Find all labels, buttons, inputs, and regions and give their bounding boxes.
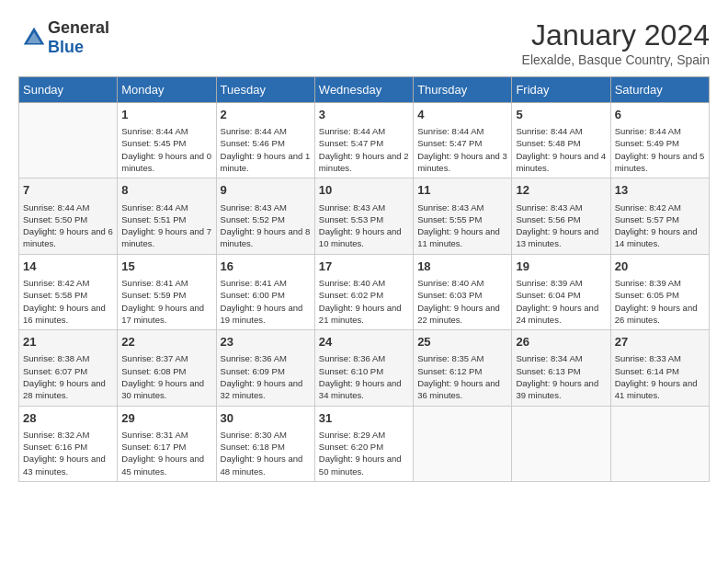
day-number: 14	[23, 259, 113, 275]
day-info: Sunrise: 8:41 AMSunset: 6:00 PMDaylight:…	[221, 277, 311, 326]
day-info: Sunrise: 8:35 AMSunset: 6:12 PMDaylight:…	[417, 352, 507, 401]
day-number: 27	[615, 334, 705, 350]
header-cell-saturday: Saturday	[610, 77, 709, 103]
day-number: 22	[121, 334, 211, 350]
day-cell: 20Sunrise: 8:39 AMSunset: 6:05 PMDayligh…	[610, 254, 709, 329]
day-number: 29	[121, 410, 211, 427]
week-row-5: 28Sunrise: 8:32 AMSunset: 6:16 PMDayligh…	[19, 406, 710, 481]
page-header: General Blue January 2024 Elexalde, Basq…	[18, 18, 710, 67]
day-cell: 4Sunrise: 8:44 AMSunset: 5:47 PMDaylight…	[414, 103, 512, 178]
day-number: 30	[221, 410, 311, 427]
day-cell: 30Sunrise: 8:30 AMSunset: 6:18 PMDayligh…	[216, 406, 314, 481]
day-number: 20	[615, 259, 705, 275]
day-cell	[512, 406, 610, 481]
day-cell: 15Sunrise: 8:41 AMSunset: 5:59 PMDayligh…	[118, 254, 216, 329]
day-number: 17	[319, 259, 409, 275]
day-number: 23	[221, 334, 311, 350]
day-info: Sunrise: 8:44 AMSunset: 5:46 PMDaylight:…	[221, 125, 311, 174]
logo-general-text: General	[48, 18, 109, 37]
day-info: Sunrise: 8:44 AMSunset: 5:51 PMDaylight:…	[121, 201, 211, 250]
day-number: 28	[23, 410, 113, 427]
day-cell	[414, 406, 512, 481]
day-cell: 25Sunrise: 8:35 AMSunset: 6:12 PMDayligh…	[414, 330, 512, 406]
day-number: 25	[417, 334, 507, 350]
day-info: Sunrise: 8:44 AMSunset: 5:47 PMDaylight:…	[417, 125, 507, 174]
week-row-3: 14Sunrise: 8:42 AMSunset: 5:58 PMDayligh…	[19, 254, 710, 329]
day-info: Sunrise: 8:40 AMSunset: 6:03 PMDaylight:…	[417, 277, 507, 326]
day-cell: 6Sunrise: 8:44 AMSunset: 5:49 PMDaylight…	[610, 103, 709, 178]
day-number: 24	[319, 334, 409, 350]
day-info: Sunrise: 8:41 AMSunset: 5:59 PMDaylight:…	[121, 277, 211, 326]
day-number: 5	[516, 107, 606, 123]
day-info: Sunrise: 8:43 AMSunset: 5:52 PMDaylight:…	[221, 201, 311, 250]
day-cell: 31Sunrise: 8:29 AMSunset: 6:20 PMDayligh…	[314, 406, 413, 481]
week-row-2: 7Sunrise: 8:44 AMSunset: 5:50 PMDaylight…	[19, 178, 710, 254]
day-info: Sunrise: 8:44 AMSunset: 5:48 PMDaylight:…	[516, 125, 606, 174]
day-cell: 11Sunrise: 8:43 AMSunset: 5:55 PMDayligh…	[414, 178, 512, 254]
day-number: 21	[23, 334, 113, 350]
day-number: 3	[319, 107, 409, 123]
day-info: Sunrise: 8:43 AMSunset: 5:55 PMDaylight:…	[417, 201, 507, 250]
title-section: January 2024 Elexalde, Basque Country, S…	[522, 18, 710, 67]
day-number: 6	[615, 107, 705, 123]
day-number: 12	[516, 182, 606, 199]
month-title: January 2024	[522, 18, 710, 52]
day-info: Sunrise: 8:36 AMSunset: 6:10 PMDaylight:…	[319, 352, 409, 401]
header-cell-sunday: Sunday	[19, 77, 118, 103]
logo-icon	[20, 24, 48, 52]
header-cell-monday: Monday	[118, 77, 216, 103]
day-number: 9	[221, 182, 311, 199]
day-info: Sunrise: 8:31 AMSunset: 6:17 PMDaylight:…	[121, 429, 211, 477]
day-info: Sunrise: 8:44 AMSunset: 5:47 PMDaylight:…	[319, 125, 409, 174]
day-cell: 24Sunrise: 8:36 AMSunset: 6:10 PMDayligh…	[314, 330, 413, 406]
day-number: 18	[417, 259, 507, 275]
day-number: 15	[121, 259, 211, 275]
day-cell: 13Sunrise: 8:42 AMSunset: 5:57 PMDayligh…	[610, 178, 709, 254]
day-info: Sunrise: 8:38 AMSunset: 6:07 PMDaylight:…	[23, 352, 113, 401]
day-number: 16	[221, 259, 311, 275]
day-cell: 10Sunrise: 8:43 AMSunset: 5:53 PMDayligh…	[314, 178, 413, 254]
day-cell: 8Sunrise: 8:44 AMSunset: 5:51 PMDaylight…	[118, 178, 216, 254]
location-title: Elexalde, Basque Country, Spain	[522, 52, 710, 67]
day-cell: 16Sunrise: 8:41 AMSunset: 6:00 PMDayligh…	[216, 254, 314, 329]
day-cell: 27Sunrise: 8:33 AMSunset: 6:14 PMDayligh…	[610, 330, 709, 406]
day-cell	[610, 406, 709, 481]
day-cell: 14Sunrise: 8:42 AMSunset: 5:58 PMDayligh…	[19, 254, 118, 329]
day-cell: 3Sunrise: 8:44 AMSunset: 5:47 PMDaylight…	[314, 103, 413, 178]
day-cell: 18Sunrise: 8:40 AMSunset: 6:03 PMDayligh…	[414, 254, 512, 329]
day-number: 8	[121, 182, 211, 199]
day-info: Sunrise: 8:44 AMSunset: 5:49 PMDaylight:…	[615, 125, 705, 174]
day-info: Sunrise: 8:40 AMSunset: 6:02 PMDaylight:…	[319, 277, 409, 326]
day-info: Sunrise: 8:44 AMSunset: 5:50 PMDaylight:…	[23, 201, 113, 250]
header-cell-tuesday: Tuesday	[216, 77, 314, 103]
day-number: 4	[417, 107, 507, 123]
day-number: 2	[221, 107, 311, 123]
day-cell: 26Sunrise: 8:34 AMSunset: 6:13 PMDayligh…	[512, 330, 610, 406]
day-info: Sunrise: 8:33 AMSunset: 6:14 PMDaylight:…	[615, 352, 705, 401]
day-number: 31	[319, 410, 409, 427]
day-number: 13	[615, 182, 705, 199]
header-cell-thursday: Thursday	[414, 77, 512, 103]
day-cell: 1Sunrise: 8:44 AMSunset: 5:45 PMDaylight…	[118, 103, 216, 178]
calendar-body: 1Sunrise: 8:44 AMSunset: 5:45 PMDaylight…	[19, 103, 710, 482]
week-row-1: 1Sunrise: 8:44 AMSunset: 5:45 PMDaylight…	[19, 103, 710, 178]
day-cell	[19, 103, 118, 178]
day-number: 1	[121, 107, 211, 123]
week-row-4: 21Sunrise: 8:38 AMSunset: 6:07 PMDayligh…	[19, 330, 710, 406]
day-info: Sunrise: 8:43 AMSunset: 5:56 PMDaylight:…	[516, 201, 606, 250]
day-cell: 7Sunrise: 8:44 AMSunset: 5:50 PMDaylight…	[19, 178, 118, 254]
day-info: Sunrise: 8:44 AMSunset: 5:45 PMDaylight:…	[121, 125, 211, 174]
day-number: 19	[516, 259, 606, 275]
day-cell: 29Sunrise: 8:31 AMSunset: 6:17 PMDayligh…	[118, 406, 216, 481]
day-cell: 28Sunrise: 8:32 AMSunset: 6:16 PMDayligh…	[19, 406, 118, 481]
day-cell: 9Sunrise: 8:43 AMSunset: 5:52 PMDaylight…	[216, 178, 314, 254]
day-info: Sunrise: 8:43 AMSunset: 5:53 PMDaylight:…	[319, 201, 409, 250]
day-number: 26	[516, 334, 606, 350]
logo: General Blue	[18, 18, 109, 57]
day-info: Sunrise: 8:32 AMSunset: 6:16 PMDaylight:…	[23, 429, 113, 477]
day-cell: 2Sunrise: 8:44 AMSunset: 5:46 PMDaylight…	[216, 103, 314, 178]
day-info: Sunrise: 8:37 AMSunset: 6:08 PMDaylight:…	[121, 352, 211, 401]
day-cell: 22Sunrise: 8:37 AMSunset: 6:08 PMDayligh…	[118, 330, 216, 406]
logo-blue-text: Blue	[48, 38, 84, 56]
day-info: Sunrise: 8:39 AMSunset: 6:04 PMDaylight:…	[516, 277, 606, 326]
